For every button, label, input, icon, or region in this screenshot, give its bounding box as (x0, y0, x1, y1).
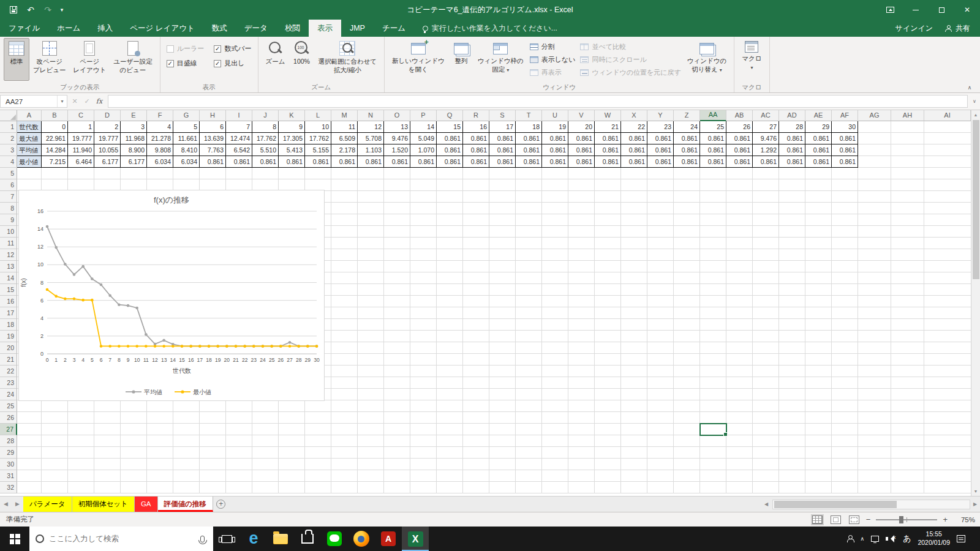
column-header-S[interactable]: S (489, 110, 516, 121)
gridlines-checkbox[interactable]: ✓目盛線 (167, 59, 205, 68)
row-header-10[interactable]: 10 (0, 226, 17, 238)
cell-A3[interactable]: 平均値 (17, 144, 42, 156)
taskbar-search-input[interactable] (49, 534, 195, 543)
tab-team[interactable]: チーム (374, 20, 414, 37)
cell-F4[interactable]: 6.034 (147, 156, 173, 168)
cell-P2[interactable]: 5.049 (410, 133, 437, 144)
headings-checkbox[interactable]: ✓見出し (214, 59, 251, 68)
sheet-tab-2[interactable]: 初期個体セット (72, 497, 135, 512)
cell-H4[interactable]: 0.861 (200, 156, 226, 168)
cell-AE2[interactable]: 0.861 (805, 133, 832, 144)
cell-W1[interactable]: 21 (595, 121, 621, 133)
cell-I4[interactable]: 0.861 (226, 156, 252, 168)
formula-input[interactable] (108, 95, 968, 108)
cell-O4[interactable]: 0.861 (384, 156, 410, 168)
cell-AB1[interactable]: 26 (726, 121, 753, 133)
tab-view[interactable]: 表示 (309, 20, 341, 37)
column-header-N[interactable]: N (358, 110, 384, 121)
row-header-29[interactable]: 29 (0, 447, 17, 459)
taskbar-green-app-icon[interactable] (321, 527, 348, 551)
cell-V1[interactable]: 20 (568, 121, 595, 133)
column-header-J[interactable]: J (252, 110, 279, 121)
tab-jmp[interactable]: JMP (341, 20, 374, 37)
cell-S2[interactable]: 0.861 (489, 133, 516, 144)
start-button[interactable] (0, 527, 29, 551)
taskbar-store-icon[interactable] (294, 527, 321, 551)
column-header-V[interactable]: V (568, 110, 595, 121)
row-header-2[interactable]: 2 (0, 133, 17, 144)
cell-D3[interactable]: 10.055 (94, 144, 121, 156)
cell-U2[interactable]: 0.861 (542, 133, 568, 144)
cell-J4[interactable]: 0.861 (252, 156, 279, 168)
cell-X4[interactable]: 0.861 (621, 156, 647, 168)
cell-O3[interactable]: 1.520 (384, 144, 410, 156)
taskbar-clock[interactable]: 15:55 2020/01/09 (918, 530, 950, 547)
zoom-out-button[interactable]: − (866, 515, 871, 523)
row-header-1[interactable]: 1 (0, 121, 17, 133)
column-header-I[interactable]: I (226, 110, 252, 121)
minimize-button[interactable] (903, 0, 929, 20)
row-header-3[interactable]: 3 (0, 144, 17, 156)
column-header-Z[interactable]: Z (674, 110, 700, 121)
cell-J3[interactable]: 5.510 (252, 144, 279, 156)
column-header-T[interactable]: T (516, 110, 542, 121)
cell-M3[interactable]: 2.178 (331, 144, 358, 156)
sheet-tab-1[interactable]: パラメータ (23, 497, 72, 512)
cell-AD4[interactable]: 0.861 (779, 156, 805, 168)
cell-L4[interactable]: 0.861 (305, 156, 331, 168)
cell-C4[interactable]: 6.464 (68, 156, 94, 168)
cell-H1[interactable]: 6 (200, 121, 226, 133)
cell-AC4[interactable]: 0.861 (753, 156, 779, 168)
cancel-icon[interactable]: ✕ (69, 97, 81, 105)
row-header-28[interactable]: 28 (0, 435, 17, 447)
column-header-AF[interactable]: AF (832, 110, 858, 121)
zoom-slider-thumb[interactable] (899, 516, 903, 523)
row-header-6[interactable]: 6 (0, 179, 17, 191)
page-break-preview-button[interactable]: 改ページプレビュー (29, 38, 69, 81)
column-header-AH[interactable]: AH (891, 110, 924, 121)
cell-AE1[interactable]: 29 (805, 121, 832, 133)
sheet-grid[interactable]: ABCDEFGHIJKLMNOPQRSTUVWXYZAAABACADAEAFAG… (0, 110, 971, 496)
split-button[interactable]: 分割 (530, 42, 576, 51)
cell-G2[interactable]: 11.661 (173, 133, 200, 144)
name-box[interactable]: AA27 ▾ (0, 95, 67, 108)
horizontal-scrollbar-thumb[interactable] (774, 501, 897, 508)
zoom-button[interactable]: ズーム (262, 38, 289, 81)
cell-P3[interactable]: 1.070 (410, 144, 437, 156)
cell-N2[interactable]: 5.708 (358, 133, 384, 144)
row-header-30[interactable]: 30 (0, 459, 17, 470)
cell-V2[interactable]: 0.861 (568, 133, 595, 144)
scroll-down-icon[interactable]: ▼ (971, 487, 980, 496)
cell-T1[interactable]: 18 (516, 121, 542, 133)
insert-function-icon[interactable]: fx (93, 97, 105, 105)
share-button[interactable]: 共有 (945, 23, 970, 34)
normal-view-shortcut-button[interactable] (811, 514, 824, 525)
row-header-23[interactable]: 23 (0, 377, 17, 389)
cell-C1[interactable]: 1 (68, 121, 94, 133)
tab-file[interactable]: ファイル (0, 20, 48, 37)
taskbar-search-box[interactable] (29, 527, 213, 551)
arrange-all-button[interactable]: 整列 (448, 38, 474, 81)
taskbar-file-explorer-icon[interactable] (267, 527, 294, 551)
cell-L3[interactable]: 5.155 (305, 144, 331, 156)
column-header-AI[interactable]: AI (924, 110, 971, 121)
cell-H2[interactable]: 13.639 (200, 133, 226, 144)
taskbar-excel-icon[interactable] (402, 527, 429, 551)
cell-L1[interactable]: 10 (305, 121, 331, 133)
horizontal-scrollbar[interactable] (772, 500, 970, 509)
tell-me-box[interactable]: 実行したい作業を入力してください... (423, 20, 557, 37)
unhide-window-button[interactable]: 再表示 (530, 68, 576, 77)
sheet-tab-4[interactable]: 評価値の推移 (158, 497, 213, 512)
selected-cell-AA27[interactable] (699, 423, 727, 436)
synchronous-scrolling-button[interactable]: 同時にスクロール (580, 55, 680, 64)
column-header-A[interactable]: A (17, 110, 42, 121)
select-all-button[interactable] (0, 110, 17, 121)
cell-C3[interactable]: 11.940 (68, 144, 94, 156)
cell-E4[interactable]: 6.177 (121, 156, 147, 168)
row-header-4[interactable]: 4 (0, 156, 17, 168)
tab-page-layout[interactable]: ページ レイアウト (121, 20, 203, 37)
column-header-K[interactable]: K (279, 110, 305, 121)
cell-Z1[interactable]: 24 (674, 121, 700, 133)
cell-Z2[interactable]: 0.861 (674, 133, 700, 144)
column-header-L[interactable]: L (305, 110, 331, 121)
